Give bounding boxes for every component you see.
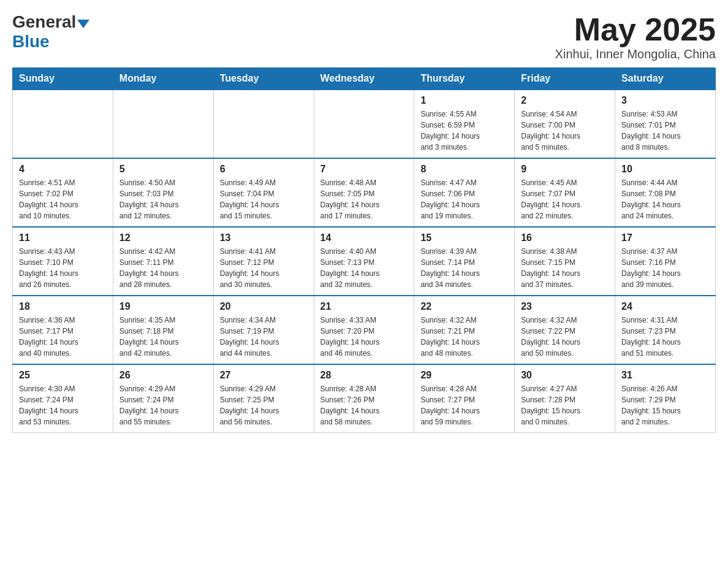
day-info: Sunrise: 4:41 AM Sunset: 7:12 PM Dayligh…	[220, 246, 308, 290]
week-row: 11Sunrise: 4:43 AM Sunset: 7:10 PM Dayli…	[13, 227, 716, 296]
calendar-cell: 13Sunrise: 4:41 AM Sunset: 7:12 PM Dayli…	[213, 227, 314, 296]
calendar-cell: 27Sunrise: 4:29 AM Sunset: 7:25 PM Dayli…	[213, 364, 314, 433]
calendar-cell: 6Sunrise: 4:49 AM Sunset: 7:04 PM Daylig…	[213, 158, 314, 227]
day-info: Sunrise: 4:53 AM Sunset: 7:01 PM Dayligh…	[621, 109, 709, 153]
day-number: 20	[220, 301, 308, 312]
day-info: Sunrise: 4:54 AM Sunset: 7:00 PM Dayligh…	[521, 109, 609, 153]
day-info: Sunrise: 4:55 AM Sunset: 6:59 PM Dayligh…	[420, 109, 508, 153]
calendar-cell: 2Sunrise: 4:54 AM Sunset: 7:00 PM Daylig…	[515, 90, 615, 158]
col-saturday: Saturday	[615, 68, 716, 90]
day-number: 11	[19, 232, 107, 243]
calendar-cell	[314, 90, 414, 158]
day-info: Sunrise: 4:30 AM Sunset: 7:24 PM Dayligh…	[19, 383, 107, 427]
day-number: 21	[320, 301, 408, 312]
day-number: 27	[220, 370, 308, 381]
week-row: 4Sunrise: 4:51 AM Sunset: 7:02 PM Daylig…	[13, 158, 716, 227]
day-info: Sunrise: 4:39 AM Sunset: 7:14 PM Dayligh…	[420, 246, 508, 290]
day-number: 4	[19, 164, 107, 175]
day-number: 29	[420, 370, 508, 381]
day-info: Sunrise: 4:35 AM Sunset: 7:18 PM Dayligh…	[119, 315, 207, 359]
page-header: General Blue May 2025 Xinhui, Inner Mong…	[12, 12, 716, 61]
calendar-cell: 28Sunrise: 4:28 AM Sunset: 7:26 PM Dayli…	[314, 364, 414, 433]
day-info: Sunrise: 4:26 AM Sunset: 7:29 PM Dayligh…	[621, 383, 709, 427]
logo-arrow-icon	[77, 20, 89, 28]
calendar-cell: 3Sunrise: 4:53 AM Sunset: 7:01 PM Daylig…	[615, 90, 716, 158]
day-info: Sunrise: 4:42 AM Sunset: 7:11 PM Dayligh…	[119, 246, 207, 290]
day-number: 28	[320, 370, 408, 381]
day-number: 2	[521, 95, 609, 106]
day-number: 25	[19, 370, 107, 381]
day-number: 16	[521, 232, 609, 243]
calendar-cell: 23Sunrise: 4:32 AM Sunset: 7:22 PM Dayli…	[515, 296, 615, 364]
day-info: Sunrise: 4:29 AM Sunset: 7:24 PM Dayligh…	[119, 383, 207, 427]
day-info: Sunrise: 4:28 AM Sunset: 7:26 PM Dayligh…	[320, 383, 408, 427]
col-thursday: Thursday	[414, 68, 515, 90]
day-number: 1	[420, 95, 508, 106]
logo: General Blue	[12, 12, 89, 52]
day-number: 26	[119, 370, 207, 381]
calendar-header-row: Sunday Monday Tuesday Wednesday Thursday…	[13, 68, 716, 90]
col-sunday: Sunday	[13, 68, 113, 90]
month-title: May 2025	[555, 12, 716, 47]
day-number: 24	[621, 301, 709, 312]
day-info: Sunrise: 4:27 AM Sunset: 7:28 PM Dayligh…	[521, 383, 609, 427]
day-info: Sunrise: 4:28 AM Sunset: 7:27 PM Dayligh…	[420, 383, 508, 427]
calendar-cell: 30Sunrise: 4:27 AM Sunset: 7:28 PM Dayli…	[515, 364, 615, 433]
title-section: May 2025 Xinhui, Inner Mongolia, China	[555, 12, 716, 61]
day-number: 13	[220, 232, 308, 243]
calendar-cell: 11Sunrise: 4:43 AM Sunset: 7:10 PM Dayli…	[13, 227, 113, 296]
day-number: 7	[320, 164, 408, 175]
day-info: Sunrise: 4:31 AM Sunset: 7:23 PM Dayligh…	[621, 315, 709, 359]
calendar-cell: 14Sunrise: 4:40 AM Sunset: 7:13 PM Dayli…	[314, 227, 414, 296]
day-number: 12	[119, 232, 207, 243]
col-monday: Monday	[113, 68, 213, 90]
calendar-cell: 8Sunrise: 4:47 AM Sunset: 7:06 PM Daylig…	[414, 158, 515, 227]
day-info: Sunrise: 4:37 AM Sunset: 7:16 PM Dayligh…	[621, 246, 709, 290]
calendar-cell	[213, 90, 314, 158]
day-info: Sunrise: 4:49 AM Sunset: 7:04 PM Dayligh…	[220, 177, 308, 221]
calendar-table: Sunday Monday Tuesday Wednesday Thursday…	[12, 67, 716, 433]
day-info: Sunrise: 4:40 AM Sunset: 7:13 PM Dayligh…	[320, 246, 408, 290]
calendar-cell	[113, 90, 213, 158]
calendar-cell: 25Sunrise: 4:30 AM Sunset: 7:24 PM Dayli…	[13, 364, 113, 433]
week-row: 18Sunrise: 4:36 AM Sunset: 7:17 PM Dayli…	[13, 296, 716, 364]
day-number: 22	[420, 301, 508, 312]
calendar-cell: 20Sunrise: 4:34 AM Sunset: 7:19 PM Dayli…	[213, 296, 314, 364]
day-number: 18	[19, 301, 107, 312]
calendar-cell	[13, 90, 113, 158]
calendar-cell: 7Sunrise: 4:48 AM Sunset: 7:05 PM Daylig…	[314, 158, 414, 227]
col-friday: Friday	[515, 68, 615, 90]
location-text: Xinhui, Inner Mongolia, China	[555, 47, 716, 61]
day-info: Sunrise: 4:34 AM Sunset: 7:19 PM Dayligh…	[220, 315, 308, 359]
day-number: 30	[521, 370, 609, 381]
calendar-cell: 24Sunrise: 4:31 AM Sunset: 7:23 PM Dayli…	[615, 296, 716, 364]
logo-general-text: General	[12, 12, 76, 32]
calendar-cell: 15Sunrise: 4:39 AM Sunset: 7:14 PM Dayli…	[414, 227, 515, 296]
logo-blue-text: Blue	[12, 32, 50, 52]
calendar-cell: 17Sunrise: 4:37 AM Sunset: 7:16 PM Dayli…	[615, 227, 716, 296]
week-row: 1Sunrise: 4:55 AM Sunset: 6:59 PM Daylig…	[13, 90, 716, 158]
day-number: 10	[621, 164, 709, 175]
calendar-cell: 4Sunrise: 4:51 AM Sunset: 7:02 PM Daylig…	[13, 158, 113, 227]
calendar-cell: 21Sunrise: 4:33 AM Sunset: 7:20 PM Dayli…	[314, 296, 414, 364]
calendar-cell: 22Sunrise: 4:32 AM Sunset: 7:21 PM Dayli…	[414, 296, 515, 364]
col-tuesday: Tuesday	[213, 68, 314, 90]
day-number: 31	[621, 370, 709, 381]
day-info: Sunrise: 4:47 AM Sunset: 7:06 PM Dayligh…	[420, 177, 508, 221]
calendar-cell: 10Sunrise: 4:44 AM Sunset: 7:08 PM Dayli…	[615, 158, 716, 227]
day-info: Sunrise: 4:51 AM Sunset: 7:02 PM Dayligh…	[19, 177, 107, 221]
col-wednesday: Wednesday	[314, 68, 414, 90]
day-info: Sunrise: 4:32 AM Sunset: 7:21 PM Dayligh…	[420, 315, 508, 359]
day-number: 5	[119, 164, 207, 175]
day-info: Sunrise: 4:48 AM Sunset: 7:05 PM Dayligh…	[320, 177, 408, 221]
day-info: Sunrise: 4:32 AM Sunset: 7:22 PM Dayligh…	[521, 315, 609, 359]
day-info: Sunrise: 4:50 AM Sunset: 7:03 PM Dayligh…	[119, 177, 207, 221]
calendar-cell: 29Sunrise: 4:28 AM Sunset: 7:27 PM Dayli…	[414, 364, 515, 433]
day-number: 14	[320, 232, 408, 243]
day-number: 19	[119, 301, 207, 312]
calendar-cell: 9Sunrise: 4:45 AM Sunset: 7:07 PM Daylig…	[515, 158, 615, 227]
calendar-cell: 1Sunrise: 4:55 AM Sunset: 6:59 PM Daylig…	[414, 90, 515, 158]
day-number: 15	[420, 232, 508, 243]
calendar-cell: 5Sunrise: 4:50 AM Sunset: 7:03 PM Daylig…	[113, 158, 213, 227]
calendar-cell: 18Sunrise: 4:36 AM Sunset: 7:17 PM Dayli…	[13, 296, 113, 364]
